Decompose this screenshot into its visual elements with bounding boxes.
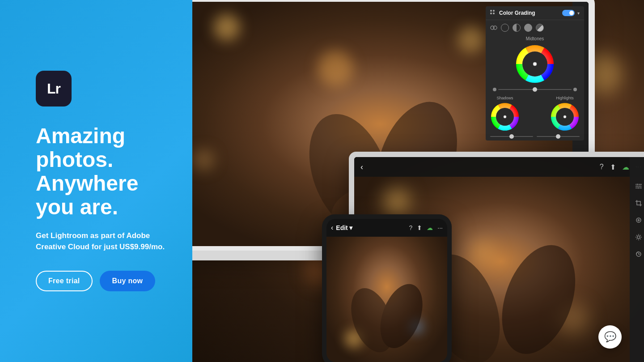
- tablet-heal-icon[interactable]: [634, 215, 644, 225]
- cg-toggle[interactable]: [562, 10, 575, 16]
- phone-screen: ‹ Edit ▾ ? ⬆ ☁ ···: [326, 219, 447, 362]
- app-logo: Lr: [36, 71, 72, 106]
- midtones-label: Midtones: [486, 35, 584, 42]
- phone-edit-label: Edit ▾: [336, 224, 352, 231]
- cg-header-left: Color Grading: [490, 10, 535, 16]
- svg-point-11: [504, 115, 506, 118]
- icon-dot: [490, 13, 492, 14]
- tablet-gear-icon[interactable]: [634, 232, 644, 242]
- tablet-back-button[interactable]: ‹: [360, 162, 363, 172]
- color-grading-icon: [490, 10, 496, 16]
- headline-line2: Anywhere you are.: [36, 171, 138, 219]
- gradient-circle-icon[interactable]: [536, 24, 544, 32]
- tablet-right-sidebar: [630, 157, 644, 362]
- midtones-wheel-container: [486, 42, 584, 86]
- shadows-highlights-row: Shadows: [486, 93, 584, 134]
- slider-track[interactable]: [498, 89, 572, 90]
- tablet-adjust-icon[interactable]: [634, 181, 644, 191]
- phone-edit-chevron[interactable]: ▾: [349, 224, 352, 231]
- phone-frame: ‹ Edit ▾ ? ⬆ ☁ ···: [322, 214, 452, 362]
- svg-point-29: [488, 235, 589, 362]
- icon-dot: [493, 10, 495, 12]
- shadows-slider-thumb[interactable]: [509, 134, 514, 139]
- svg-point-34: [639, 185, 641, 187]
- phone-device: ‹ Edit ▾ ? ⬆ ☁ ···: [322, 214, 452, 362]
- right-panel: Color Grading ▾: [192, 0, 644, 362]
- highlights-wheel[interactable]: [550, 102, 580, 132]
- phone-help-icon[interactable]: ?: [409, 224, 413, 231]
- icon-dot: [493, 13, 495, 14]
- tablet-help-icon[interactable]: ?: [600, 163, 604, 171]
- highlights-item: Highlights: [550, 96, 580, 132]
- phone-hands: [326, 237, 447, 362]
- chat-icon: 💬: [604, 331, 616, 343]
- buy-now-button[interactable]: Buy now: [100, 271, 156, 291]
- phone-top-icons: ? ⬆ ☁ ···: [409, 224, 443, 231]
- svg-point-4: [493, 26, 497, 30]
- slider-dot-right: [573, 88, 577, 91]
- midtones-color-wheel[interactable]: [515, 44, 555, 84]
- svg-point-14: [564, 115, 566, 118]
- highlights-slider-thumb[interactable]: [556, 134, 560, 139]
- sh-sliders-row: [486, 134, 584, 141]
- svg-point-39: [637, 236, 640, 238]
- cg-header: Color Grading ▾: [486, 6, 584, 20]
- shadows-wheel[interactable]: [490, 102, 520, 132]
- chat-button[interactable]: 💬: [598, 325, 622, 349]
- phone-cloud-icon[interactable]: ☁: [427, 224, 433, 231]
- color-grading-title: Color Grading: [499, 10, 535, 16]
- headline-line1: Amazing photos.: [36, 124, 125, 171]
- shadows-item: Shadows: [490, 96, 520, 132]
- icon-dot: [490, 10, 492, 12]
- shadows-label: Shadows: [496, 96, 513, 100]
- tablet-crop-icon[interactable]: [634, 198, 644, 208]
- highlights-label: Highlights: [556, 96, 574, 100]
- midtones-slider: [486, 86, 584, 93]
- svg-point-8: [533, 62, 537, 66]
- slider-dot-left: [493, 88, 496, 91]
- slider-thumb[interactable]: [533, 87, 537, 92]
- phone-top-bar: ‹ Edit ▾ ? ⬆ ☁ ···: [326, 219, 447, 237]
- phone-back-button[interactable]: ‹: [331, 224, 333, 232]
- cg-icons-row: [486, 20, 584, 35]
- tablet-share-icon[interactable]: ⬆: [610, 163, 616, 171]
- left-panel: Lr Amazing photos. Anywhere you are. Get…: [0, 0, 192, 362]
- phone-more-icon[interactable]: ···: [437, 224, 443, 231]
- link-circles-icon[interactable]: [490, 24, 497, 31]
- cg-controls: ▾: [562, 10, 580, 16]
- svg-point-33: [636, 183, 638, 185]
- shadows-slider-track[interactable]: [490, 136, 533, 137]
- sub-text: Get Lightroom as part of Adobe Creative …: [36, 230, 165, 253]
- filled-circle-icon[interactable]: [524, 24, 532, 32]
- app-logo-text: Lr: [47, 81, 60, 97]
- color-grading-panel: Color Grading ▾: [486, 6, 584, 141]
- highlights-slider-track[interactable]: [537, 136, 580, 137]
- tablet-cloud-icon[interactable]: ☁: [622, 163, 629, 171]
- phone-share-icon[interactable]: ⬆: [417, 224, 422, 231]
- empty-circle-icon[interactable]: [501, 24, 509, 32]
- tablet-history-icon[interactable]: [634, 249, 644, 259]
- tablet-top-bar: ‹ ? ⬆ ☁ ···: [354, 157, 644, 177]
- main-headline: Amazing photos. Anywhere you are.: [36, 124, 165, 219]
- cta-buttons: Free trial Buy now: [36, 271, 165, 291]
- svg-point-35: [637, 187, 639, 189]
- half-circle-icon[interactable]: [513, 24, 521, 32]
- chevron-down-icon[interactable]: ▾: [577, 11, 580, 16]
- free-trial-button[interactable]: Free trial: [36, 271, 93, 291]
